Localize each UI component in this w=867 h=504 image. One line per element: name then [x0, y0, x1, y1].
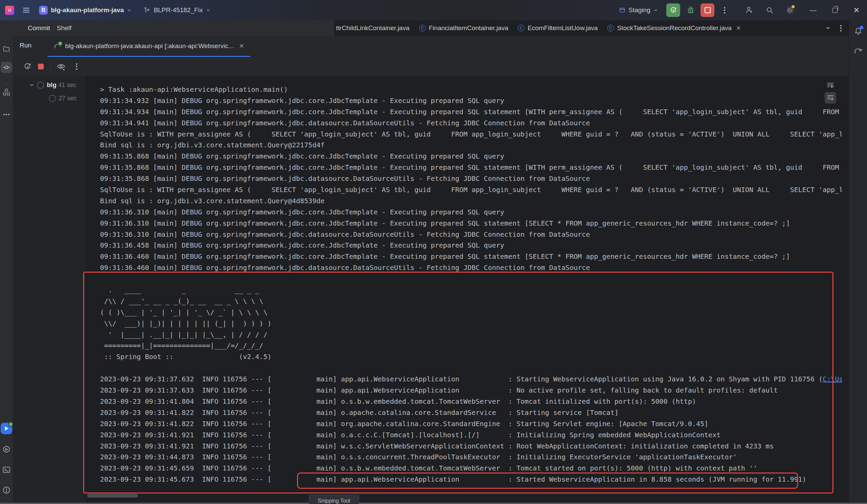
stop-button[interactable] — [700, 3, 715, 17]
structure-tool-button[interactable] — [2, 88, 11, 96]
add-user-button[interactable] — [745, 6, 754, 14]
console-line: =========|_|==============|___/=/_/_/_/ — [100, 340, 842, 351]
task-tree-row[interactable]: blg 41 sec — [29, 81, 76, 89]
tab-list-chevron-icon[interactable] — [825, 25, 831, 31]
scroll-to-end-button[interactable] — [825, 92, 836, 103]
settings-button[interactable] — [785, 6, 794, 14]
ide-window: IJ B blg-akaun-platform-java BLPR-45182_… — [0, 0, 867, 504]
console-line: :: Spring Boot :: (v2.4.5) — [100, 351, 842, 362]
tab-commit[interactable]: Commit — [24, 24, 53, 32]
console-line: 09:31:34.932 [main] DEBUG org.springfram… — [100, 95, 842, 106]
gradle-icon — [854, 46, 863, 56]
console-line: . ____ _ __ _ _ — [100, 285, 842, 296]
right-tool-strip — [848, 20, 867, 504]
more-tool-windows-button[interactable] — [2, 110, 11, 119]
console-line: Bind sql is : org.jdbi.v3.core.statement… — [100, 195, 842, 207]
console-line: > Task :akaun-api:WebserviceApplication.… — [100, 84, 842, 95]
tab-shelf[interactable]: Shelf — [53, 24, 75, 32]
console-line: 09:31:36.310 [main] DEBUG org.springfram… — [100, 229, 842, 240]
commit-icon — [2, 63, 11, 72]
run-tool-window-title: Run — [20, 42, 32, 49]
close-tab-icon[interactable]: ✕ — [736, 25, 741, 32]
chevron-down-icon[interactable] — [29, 83, 34, 88]
console-line: ' |____| .__|_| |_|_| |_\__, | / / / / — [100, 329, 842, 340]
run-tab-active[interactable]: blg-akaun-platform-java:akaun-api [:akau… — [47, 36, 250, 57]
close-tab-icon[interactable]: ✕ — [239, 42, 244, 50]
modules-icon — [2, 88, 11, 96]
console-horizontal-scrollbar[interactable] — [87, 494, 138, 497]
task-duration: 41 sec — [58, 81, 76, 89]
console-line: Bind sql is : org.jdbi.v3.core.statement… — [100, 140, 842, 151]
console-line: ( ( )\___ | '_ | '_| | '_ \/ _` | \ \ \ … — [100, 307, 842, 318]
console-line: 09:31:36.460 [main] DEBUG org.springfram… — [100, 262, 842, 273]
console-line — [100, 273, 842, 285]
soft-wrap-icon[interactable] — [826, 80, 835, 89]
terminal-tool-button[interactable] — [2, 465, 11, 474]
editor-tab-label: ttrChildLinkContainer.java — [336, 24, 410, 32]
chevron-down-icon — [653, 8, 658, 12]
task-tree-row[interactable]: 27 sec — [49, 95, 77, 102]
project-tool-button[interactable] — [2, 45, 11, 53]
run-config-window-icon — [619, 7, 625, 13]
more-actions-icon[interactable] — [722, 5, 727, 15]
terminal-icon — [2, 465, 11, 474]
stop-icon — [38, 64, 44, 69]
editor-tab-label: FinancialItemContainer.java — [429, 24, 508, 32]
services-tool-button[interactable] — [2, 445, 11, 454]
git-branch-icon — [143, 7, 151, 14]
running-dot — [8, 422, 13, 427]
commit-tool-button[interactable] — [1, 62, 12, 73]
console-line: 2023-09-23 09:31:41.822 INFO 116756 --- … — [100, 407, 842, 418]
branch-name: BLPR-45182_Fix — [153, 7, 203, 14]
run-tool-button[interactable] — [1, 423, 12, 434]
main-menu-icon[interactable] — [23, 8, 30, 12]
console-options-icon[interactable] — [74, 61, 79, 72]
run-tool-window-header: Run blg-akaun-platform-java:akaun-api [:… — [13, 36, 848, 57]
console-file-link[interactable]: C:\Users — [823, 375, 842, 383]
toolbar-divider — [50, 62, 50, 71]
console-line: 09:31:36.458 [main] DEBUG org.springfram… — [100, 240, 842, 251]
run-config-selector[interactable]: Staging — [616, 4, 662, 16]
search-everywhere-button[interactable] — [765, 6, 774, 14]
rerun-icon — [23, 62, 32, 71]
preview-output-button[interactable] — [56, 62, 66, 71]
editor-tab[interactable]: C EcomFiltemListUow.java — [513, 20, 602, 36]
gradle-task-tree: blg 41 sec 27 sec — [13, 76, 86, 504]
gradle-tool-button[interactable] — [854, 46, 863, 56]
left-tool-strip — [0, 20, 13, 504]
rerun-console-button[interactable] — [23, 62, 32, 71]
rerun-button[interactable] — [666, 3, 680, 17]
settings-notification-dot — [791, 4, 795, 9]
editor-tab-active[interactable]: C StockTakeSessionRecordController.java … — [602, 20, 746, 36]
notifications-button[interactable] — [854, 26, 863, 35]
task-duration: 27 sec — [58, 95, 77, 102]
search-icon — [765, 6, 774, 14]
project-name: blg-akaun-platform-java — [51, 7, 124, 14]
console-line: 2023-09-23 09:31:45.659 INFO 116756 --- … — [100, 463, 842, 474]
close-button[interactable]: ✕ — [852, 5, 861, 15]
problems-tool-button[interactable] — [2, 486, 11, 494]
intellij-logo-icon: IJ — [5, 6, 14, 15]
run-tab-title: blg-akaun-platform-java:akaun-api [:akau… — [65, 42, 234, 50]
branch-widget[interactable]: BLPR-45182_Fix — [140, 4, 214, 16]
stop-console-button[interactable] — [38, 64, 44, 69]
scroll-to-end-icon — [826, 94, 835, 102]
editor-tab[interactable]: C FinancialItemContainer.java — [414, 20, 513, 36]
run-console[interactable]: > Task :akaun-api:WebserviceApplication.… — [85, 76, 848, 504]
console-lines: > Task :akaun-api:WebserviceApplication.… — [100, 84, 842, 485]
editor-tab[interactable]: ttrChildLinkContainer.java — [334, 20, 414, 36]
console-line: 09:31:35.868 [main] DEBUG org.springfram… — [100, 173, 842, 184]
title-bar: IJ B blg-akaun-platform-java BLPR-45182_… — [0, 0, 867, 20]
console-line: 09:31:36.310 [main] DEBUG org.springfram… — [100, 218, 842, 229]
restore-button[interactable] — [830, 5, 840, 15]
taskbar-edge — [0, 503, 867, 504]
debug-button[interactable] — [686, 6, 695, 14]
console-line: 2023-09-23 09:31:37.633 INFO 116756 --- … — [100, 385, 842, 396]
project-badge: B — [39, 6, 48, 14]
project-widget[interactable]: B blg-akaun-platform-java — [35, 4, 135, 17]
run-config-name: Staging — [629, 7, 650, 14]
console-line: \\/ ___)| |_)| | | | | || (_| | ) ) ) ) — [100, 318, 842, 329]
editor-options-icon[interactable] — [838, 23, 844, 34]
minimize-button[interactable]: — — [808, 5, 818, 15]
editor-tab-label: StockTakeSessionRecordController.java — [617, 24, 732, 32]
